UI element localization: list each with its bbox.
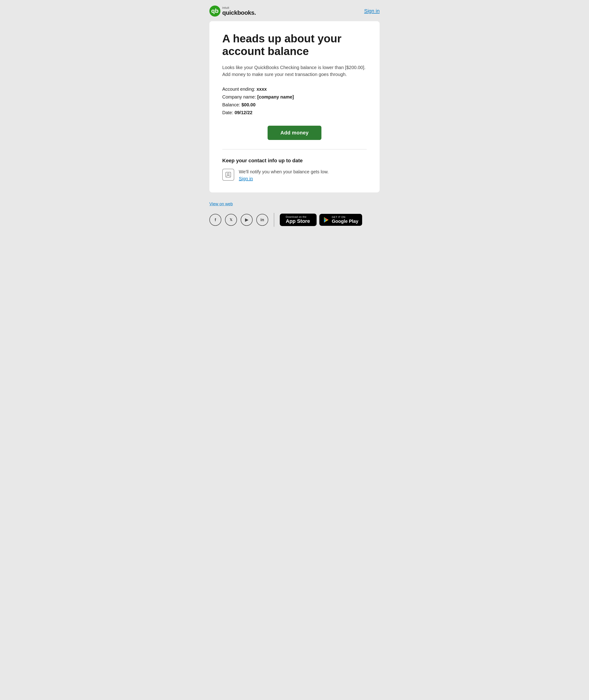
contact-icon (225, 171, 231, 178)
footer-bottom: f 𝕏 ▶ in Downl (209, 213, 380, 227)
svg-text:qb: qb (211, 7, 219, 14)
intuit-label: intuit (222, 6, 256, 9)
contact-description: We'll notify you when your balance gets … (239, 168, 329, 175)
account-ending-value: xxxx (256, 86, 267, 92)
header: qb intuit quickbooks. Sign in (209, 0, 380, 21)
card-title: A heads up about your account balance (222, 32, 367, 57)
main-card: A heads up about your account balance Lo… (209, 21, 380, 192)
app-store-large-text: App Store (286, 218, 310, 224)
store-badges: Download on the App Store (280, 214, 362, 226)
footer-divider (274, 213, 274, 227)
header-sign-in-link[interactable]: Sign in (364, 8, 380, 14)
add-money-container: Add money (222, 126, 367, 140)
google-play-badge[interactable]: GET IT ON Google Play (319, 214, 362, 226)
company-name-value: [company name] (257, 95, 294, 100)
contact-icon-wrap (222, 169, 234, 181)
account-details: Account ending: xxxx Company name: [comp… (222, 85, 367, 117)
linkedin-icon: in (260, 217, 264, 222)
view-on-web-link[interactable]: View on web (209, 202, 233, 206)
twitter-icon-button[interactable]: 𝕏 (225, 214, 237, 226)
facebook-icon: f (215, 217, 216, 222)
contact-text-block: We'll notify you when your balance gets … (239, 168, 329, 181)
balance-row: Balance: $00.00 (222, 101, 367, 109)
account-ending-label: Account ending: (222, 86, 255, 92)
youtube-icon-button[interactable]: ▶ (241, 214, 253, 226)
quickbooks-logo-icon: qb (209, 6, 220, 17)
date-label: Date: (222, 110, 233, 115)
balance-value: $00.00 (241, 102, 255, 107)
youtube-icon: ▶ (245, 217, 248, 222)
contact-section-body: We'll notify you when your balance gets … (222, 168, 367, 181)
add-money-button[interactable]: Add money (267, 126, 322, 140)
balance-label: Balance: (222, 102, 240, 107)
footer: View on web f 𝕏 ▶ in (209, 200, 380, 236)
card-description: Looks like your QuickBooks Checking bala… (222, 64, 367, 78)
contact-sign-in-link[interactable]: Sign in (239, 176, 329, 181)
company-name-row: Company name: [company name] (222, 93, 367, 101)
logo-container: qb intuit quickbooks. (209, 6, 256, 17)
svg-point-3 (227, 173, 229, 175)
date-value: 09/12/22 (234, 110, 252, 115)
quickbooks-label: quickbooks. (222, 9, 256, 16)
google-play-large-text: Google Play (332, 219, 359, 224)
date-row: Date: 09/12/22 (222, 109, 367, 117)
google-play-small-text: GET IT ON (332, 216, 359, 218)
app-store-small-text: Download on the (286, 215, 310, 218)
linkedin-icon-button[interactable]: in (256, 214, 268, 226)
google-play-icon (323, 217, 330, 223)
account-ending-row: Account ending: xxxx (222, 85, 367, 93)
twitter-icon: 𝕏 (230, 218, 232, 222)
social-icons: f 𝕏 ▶ in (209, 214, 268, 226)
company-name-label: Company name: (222, 95, 256, 100)
contact-section-title: Keep your contact info up to date (222, 158, 367, 164)
facebook-icon-button[interactable]: f (209, 214, 221, 226)
app-store-badge[interactable]: Download on the App Store (280, 214, 317, 226)
logo-text: intuit quickbooks. (222, 6, 256, 16)
